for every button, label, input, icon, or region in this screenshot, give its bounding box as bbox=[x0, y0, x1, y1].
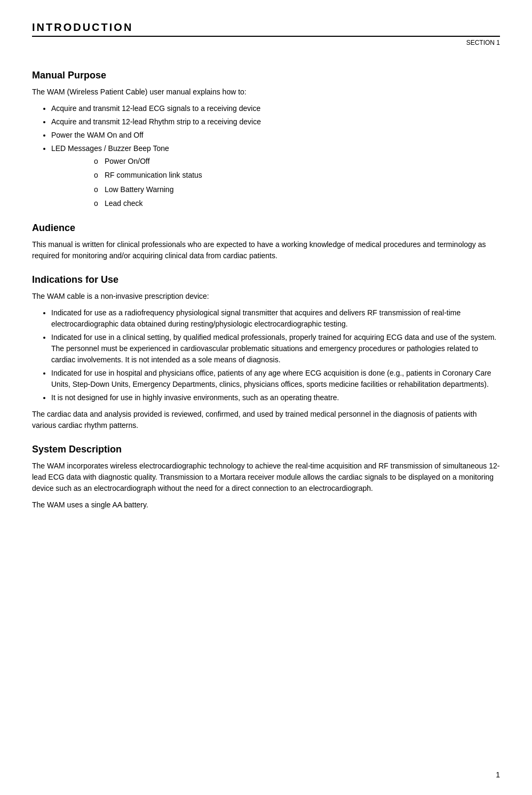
sub-list-item: Power On/Off bbox=[94, 155, 500, 167]
manual-purpose-intro: The WAM (Wireless Patient Cable) user ma… bbox=[32, 86, 500, 98]
manual-purpose-heading: Manual Purpose bbox=[32, 70, 500, 81]
sub-list-item: Low Battery Warning bbox=[94, 184, 500, 195]
list-item: Indicated for use in hospital and physic… bbox=[51, 368, 500, 390]
sub-list-item: Lead check bbox=[94, 197, 500, 209]
audience-heading: Audience bbox=[32, 222, 500, 234]
system-description-heading: System Description bbox=[32, 444, 500, 455]
system-description-para-1: The WAM incorporates wireless electrocar… bbox=[32, 460, 500, 494]
list-item: Acquire and transmit 12-lead Rhythm stri… bbox=[51, 116, 500, 128]
system-description-para-2: The WAM uses a single AA battery. bbox=[32, 499, 500, 511]
indications-closing: The cardiac data and analysis provided i… bbox=[32, 409, 500, 431]
manual-purpose-list: Acquire and transmit 12-lead ECG signals… bbox=[51, 103, 500, 210]
sub-list: Power On/Off RF communication link statu… bbox=[94, 155, 500, 210]
page-number: 1 bbox=[496, 770, 500, 779]
sub-list-item: RF communication link status bbox=[94, 169, 500, 181]
list-item: Power the WAM On and Off bbox=[51, 130, 500, 141]
list-item: Indicated for use as a radiofrequency ph… bbox=[51, 307, 500, 330]
audience-text: This manual is written for clinical prof… bbox=[32, 239, 500, 261]
page-header: INTRODUCTION bbox=[32, 21, 500, 37]
indications-heading: Indications for Use bbox=[32, 274, 500, 285]
indications-list: Indicated for use as a radiofrequency ph… bbox=[51, 307, 500, 403]
list-item: Acquire and transmit 12-lead ECG signals… bbox=[51, 103, 500, 114]
page-title: INTRODUCTION bbox=[32, 21, 133, 33]
indications-intro: The WAM cable is a non-invasive prescrip… bbox=[32, 291, 500, 302]
list-item: Indicated for use in a clinical setting,… bbox=[51, 332, 500, 365]
list-item: It is not designed for use in highly inv… bbox=[51, 392, 500, 403]
list-item: LED Messages / Buzzer Beep Tone Power On… bbox=[51, 143, 500, 210]
section-label: SECTION 1 bbox=[466, 39, 500, 46]
